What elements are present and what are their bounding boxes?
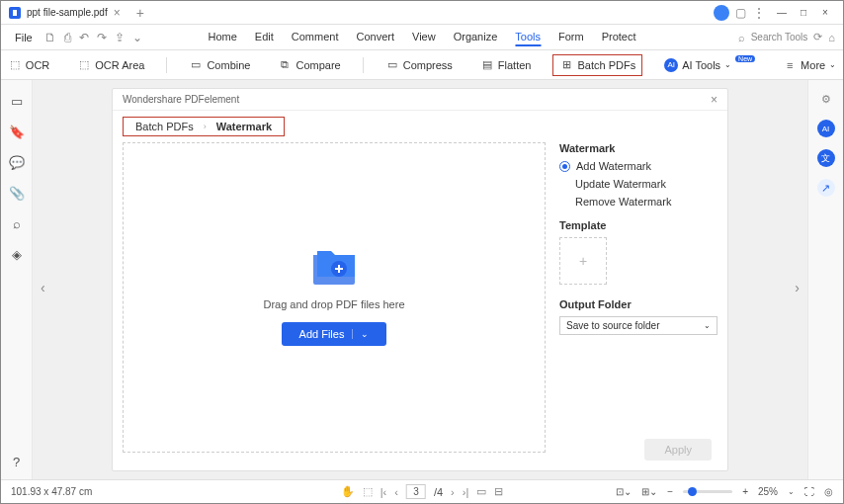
- reading-mode-icon[interactable]: ◎: [824, 486, 833, 497]
- bookmark-icon[interactable]: 🔖: [9, 125, 25, 139]
- page-next-arrow[interactable]: ›: [795, 280, 800, 295]
- save-icon[interactable]: 🗋: [44, 31, 56, 44]
- share-icon[interactable]: ⇪: [115, 31, 125, 44]
- divider: [363, 57, 364, 73]
- output-folder-heading: Output Folder: [559, 298, 717, 310]
- remove-watermark-option[interactable]: Remove Watermark: [559, 196, 717, 208]
- pdf-icon: [9, 7, 21, 19]
- watermark-heading: Watermark: [559, 142, 717, 154]
- continuous-icon[interactable]: ⊟: [494, 485, 503, 498]
- divider: [166, 57, 167, 73]
- compare-icon: ⧉: [278, 58, 292, 72]
- chevron-down-icon[interactable]: ⌄: [352, 329, 369, 339]
- close-tab-icon[interactable]: ×: [114, 6, 121, 20]
- dropzone-text: Drag and drop PDF files here: [263, 298, 404, 310]
- document-tab[interactable]: ppt file-sample.pdf ×: [1, 1, 128, 24]
- home-icon[interactable]: ⌂: [828, 32, 835, 43]
- close-window-button[interactable]: ×: [815, 3, 835, 23]
- fullscreen-icon[interactable]: ⛶: [804, 486, 814, 497]
- print-icon[interactable]: ⎙: [64, 31, 71, 44]
- undo-icon[interactable]: ↶: [79, 31, 89, 44]
- maximize-button[interactable]: □: [794, 3, 813, 23]
- minimize-button[interactable]: —: [772, 3, 792, 23]
- flatten-button[interactable]: ▤Flatten: [474, 55, 538, 75]
- hand-tool-icon[interactable]: ✋: [341, 485, 355, 498]
- last-page-icon[interactable]: ›|: [463, 486, 469, 498]
- menu-view[interactable]: View: [412, 29, 436, 46]
- compare-button[interactable]: ⧉Compare: [272, 55, 346, 75]
- more-button[interactable]: ≡More⌄: [777, 55, 842, 75]
- share-panel-icon[interactable]: ↗: [817, 179, 835, 197]
- breadcrumb-parent[interactable]: Batch PDFs: [135, 121, 194, 132]
- combine-button[interactable]: ▭Combine: [183, 55, 256, 75]
- zoom-out-icon[interactable]: −: [667, 486, 673, 497]
- apply-button[interactable]: Apply: [644, 439, 712, 461]
- attachment-icon[interactable]: 📎: [9, 186, 25, 201]
- page-number-input[interactable]: 3: [406, 484, 426, 499]
- help-icon[interactable]: ?: [13, 455, 20, 469]
- cloud-icon[interactable]: ⟳: [813, 31, 822, 43]
- prev-page-icon[interactable]: ‹: [394, 486, 398, 498]
- combine-icon: ▭: [189, 58, 203, 72]
- ocr-area-button[interactable]: ⬚OCR Area: [71, 55, 150, 75]
- translate-icon[interactable]: 文: [817, 149, 835, 167]
- menu-comment[interactable]: Comment: [292, 29, 339, 46]
- fit-width-icon[interactable]: ⊡⌄: [616, 486, 632, 497]
- search-panel-icon[interactable]: ⌕: [13, 216, 21, 231]
- new-tab-button[interactable]: +: [128, 5, 152, 21]
- zoom-slider[interactable]: [683, 490, 732, 493]
- user-avatar[interactable]: [714, 5, 729, 21]
- layers-icon[interactable]: ◈: [12, 247, 22, 262]
- menu-edit[interactable]: Edit: [255, 29, 274, 46]
- notification-icon[interactable]: ▢: [735, 6, 746, 20]
- fit-page-icon[interactable]: ⊞⌄: [641, 486, 657, 497]
- batch-pdfs-button[interactable]: ⊞Batch PDFs: [552, 54, 642, 76]
- chevron-down-icon: ⌄: [704, 321, 711, 330]
- settings-icon[interactable]: ⚙: [817, 90, 835, 108]
- menu-form[interactable]: Form: [558, 29, 584, 46]
- menu-home[interactable]: Home: [208, 29, 236, 46]
- ai-icon: AI: [664, 58, 678, 72]
- file-menu[interactable]: File: [9, 32, 39, 43]
- tab-title: ppt file-sample.pdf: [27, 7, 108, 18]
- folder-icon: [311, 249, 357, 287]
- menu-protect[interactable]: Protect: [602, 29, 636, 46]
- zoom-value[interactable]: 25%: [758, 486, 778, 497]
- add-watermark-option[interactable]: Add Watermark: [559, 160, 717, 172]
- more-menu-icon[interactable]: ⋮: [752, 5, 766, 21]
- update-watermark-option[interactable]: Update Watermark: [559, 178, 717, 190]
- redo-icon[interactable]: ↷: [97, 31, 107, 44]
- cursor-coordinates: 101.93 x 47.87 cm: [11, 486, 92, 497]
- page-total: /4: [434, 486, 443, 498]
- file-dropzone[interactable]: Drag and drop PDF files here Add Files ⌄: [123, 142, 546, 453]
- menu-organize[interactable]: Organize: [454, 29, 498, 46]
- search-icon: ⌕: [738, 32, 745, 43]
- ocr-button[interactable]: ⬚OCR: [2, 55, 55, 75]
- panel-close-icon[interactable]: ×: [711, 93, 717, 107]
- qat-more-icon[interactable]: ⌄: [132, 31, 142, 44]
- radio-checked-icon: [559, 161, 570, 172]
- zoom-in-icon[interactable]: +: [742, 486, 748, 497]
- comment-icon[interactable]: 💬: [9, 155, 25, 170]
- first-page-icon[interactable]: |‹: [380, 486, 387, 498]
- compress-button[interactable]: ▭Compress: [380, 55, 459, 75]
- ai-tools-button[interactable]: AIAI Tools⌄New: [658, 55, 761, 75]
- page-prev-arrow[interactable]: ‹: [41, 280, 45, 295]
- breadcrumb-current: Watermark: [216, 121, 272, 132]
- select-tool-icon[interactable]: ⬚: [363, 485, 373, 498]
- breadcrumb: Batch PDFs › Watermark: [123, 117, 285, 136]
- search-tools-input[interactable]: Search Tools: [751, 32, 808, 42]
- output-folder-select[interactable]: Save to source folder ⌄: [559, 316, 717, 335]
- ocr-area-icon: ⬚: [77, 58, 91, 72]
- add-template-button[interactable]: +: [559, 237, 607, 285]
- add-files-button[interactable]: Add Files ⌄: [282, 322, 387, 346]
- menu-tools[interactable]: Tools: [515, 29, 541, 46]
- menu-convert[interactable]: Convert: [356, 29, 394, 46]
- panel-title: Wondershare PDFelement: [123, 94, 239, 105]
- thumbnail-icon[interactable]: ▭: [11, 94, 23, 109]
- compress-icon: ▭: [385, 58, 399, 72]
- single-page-icon[interactable]: ▭: [476, 485, 486, 498]
- ai-assistant-icon[interactable]: AI: [817, 120, 835, 137]
- next-page-icon[interactable]: ›: [451, 486, 455, 498]
- batch-icon: ⊞: [559, 58, 573, 72]
